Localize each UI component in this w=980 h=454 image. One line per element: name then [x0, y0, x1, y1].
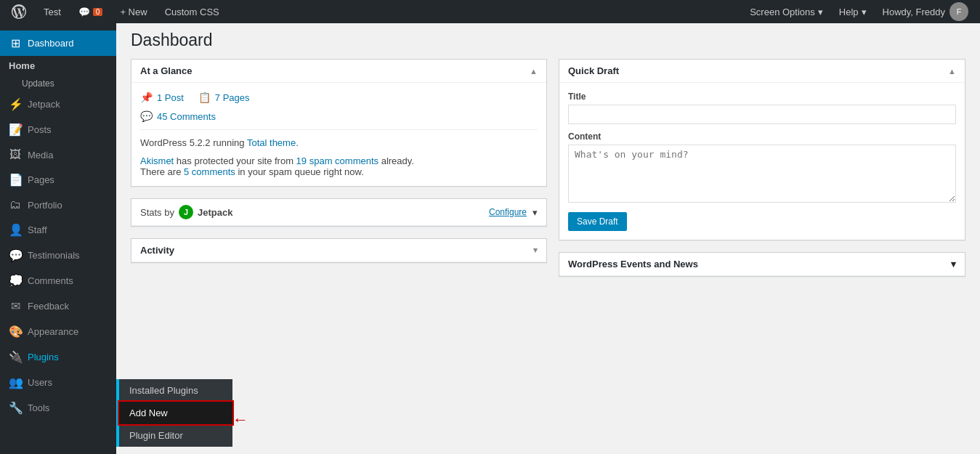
submenu-plugin-editor[interactable]: Plugin Editor: [119, 424, 232, 447]
widgets-col-left: At a Glance ▲ 📌 1 Post 📋: [131, 59, 547, 277]
sidebar-item-tools[interactable]: 🔧 Tools: [0, 395, 116, 421]
content-label: Content: [568, 131, 956, 142]
sidebar-tools-label: Tools: [28, 402, 49, 413]
dashboard-icon: ⊞: [9, 36, 22, 50]
draft-title-input[interactable]: [568, 105, 956, 124]
stats-row: 📌 1 Post 📋 7 Pages: [140, 92, 538, 103]
jetpack-stats-header[interactable]: Stats by J Jetpack Configure ▾: [131, 199, 546, 226]
sidebar-item-portfolio[interactable]: 🗂 Portfolio: [0, 192, 116, 217]
quick-draft-title: Quick Draft: [568, 65, 619, 76]
sidebar-item-media[interactable]: 🖼 Media: [0, 142, 116, 167]
activity-header[interactable]: Activity ▾: [131, 239, 546, 262]
quick-draft-body: Title Content Save Draft: [559, 83, 965, 240]
jetpack-stats-title-group: Stats by J Jetpack: [140, 205, 232, 219]
sidebar-item-posts[interactable]: 📝 Posts: [0, 117, 116, 142]
portfolio-icon: 🗂: [9, 198, 22, 211]
sidebar-item-dashboard[interactable]: ⊞ Dashboard: [0, 31, 116, 56]
at-a-glance-header[interactable]: At a Glance ▲: [131, 60, 546, 83]
post-stat: 📌 1 Post: [140, 92, 184, 103]
sidebar-item-pages[interactable]: 📄 Pages: [0, 167, 116, 192]
sidebar-staff-label: Staff: [28, 224, 47, 235]
pages-stat: 📋 7 Pages: [198, 92, 250, 103]
submenu-add-new[interactable]: Add New: [119, 402, 232, 424]
sidebar-updates-label[interactable]: Updates: [0, 76, 116, 92]
page-title: Dashboard: [131, 31, 965, 50]
widgets-col-right: Quick Draft ▲ Title Content Save Draft: [559, 59, 965, 277]
custom-css-label: Custom CSS: [165, 7, 219, 17]
wp-body-content: Dashboard At a Glance ▲ 📌: [116, 23, 980, 291]
submenu-installed-plugins[interactable]: Installed Plugins: [119, 379, 232, 402]
wp-events-header[interactable]: WordPress Events and News ▾: [559, 253, 965, 276]
comments-stat-icon: 💬: [140, 110, 153, 122]
sidebar-item-testimonials[interactable]: 💬 Testimonials: [0, 243, 116, 268]
sidebar-posts-label: Posts: [28, 124, 52, 135]
activity-widget: Activity ▾: [131, 238, 547, 263]
appearance-icon: 🎨: [9, 325, 22, 339]
pages-icon: 📄: [9, 173, 22, 187]
new-content-link[interactable]: + New: [116, 0, 151, 23]
sidebar-pages-label: Pages: [28, 174, 54, 185]
activity-title: Activity: [140, 245, 174, 256]
quick-draft-header[interactable]: Quick Draft ▲: [559, 60, 965, 83]
sidebar-item-plugins[interactable]: 🔌 Plugins: [0, 344, 116, 370]
sidebar-testimonials-label: Testimonials: [28, 250, 80, 261]
admin-menu: ⊞ Dashboard Home Updates ⚡ Jetpack 📝 Pos…: [0, 23, 116, 454]
configure-link[interactable]: Configure: [489, 207, 527, 217]
stats-by-label: Stats by: [140, 207, 174, 218]
user-menu[interactable]: Howdy, Freddy F: [878, 0, 973, 23]
wp-logo-link[interactable]: [7, 0, 31, 23]
quick-draft-toggle[interactable]: ▲: [948, 67, 956, 76]
wp-version-text: WordPress 5.2.2 running: [140, 137, 245, 148]
screen-options-chevron: ▾: [818, 7, 823, 17]
feedback-icon: ✉: [9, 299, 22, 313]
sidebar-appearance-label: Appearance: [28, 326, 78, 337]
sidebar-plugins-label: Plugins: [28, 352, 59, 362]
main-content: Dashboard At a Glance ▲ 📌: [116, 23, 980, 454]
post-count-link[interactable]: 1 Post: [157, 92, 184, 103]
jetpack-label: Jetpack: [198, 207, 232, 218]
site-name-link[interactable]: Test: [39, 0, 65, 23]
screen-options-button[interactable]: Screen Options ▾: [745, 0, 827, 23]
pages-count-link[interactable]: 7 Pages: [215, 92, 250, 103]
sidebar-portfolio-label: Portfolio: [28, 200, 62, 211]
akismet-link[interactable]: Akismet: [140, 155, 174, 166]
avatar: F: [949, 2, 968, 21]
sidebar-item-feedback[interactable]: ✉ Feedback: [0, 293, 116, 319]
sidebar-feedback-label: Feedback: [28, 301, 69, 312]
comment-icon: 💬: [78, 7, 90, 17]
draft-content-textarea[interactable]: [568, 145, 956, 203]
sidebar-item-comments[interactable]: 💭 Comments: [0, 268, 116, 293]
testimonials-icon: 💬: [9, 248, 22, 262]
sidebar-jetpack-label: Jetpack: [28, 99, 60, 110]
screen-options-label: Screen Options: [750, 7, 815, 17]
wp-events-title: WordPress Events and News: [568, 259, 698, 269]
admin-bar: Test 💬 0 + New Custom CSS Screen Options…: [0, 0, 980, 23]
sidebar-item-jetpack[interactable]: ⚡ Jetpack: [0, 92, 116, 117]
comments-count-link[interactable]: 45 Comments: [157, 111, 216, 122]
at-a-glance-toggle[interactable]: ▲: [530, 67, 538, 76]
akismet-line: Akismet has protected your site from 19 …: [140, 155, 538, 177]
jetpack-stats-toggle[interactable]: ▾: [532, 207, 538, 218]
sidebar-item-staff[interactable]: 👤 Staff: [0, 217, 116, 243]
pages-stat-icon: 📋: [198, 92, 211, 103]
save-draft-button[interactable]: Save Draft: [568, 212, 627, 231]
sidebar-media-label: Media: [28, 150, 53, 161]
akismet-spam-link[interactable]: 19 spam comments: [296, 155, 378, 166]
wp-events-widget: WordPress Events and News ▾: [559, 252, 965, 277]
jetpack-icon: ⚡: [9, 97, 22, 111]
help-button[interactable]: Help ▾: [835, 0, 871, 23]
comments-link[interactable]: 💬 0: [74, 0, 108, 23]
wp-events-toggle[interactable]: ▾: [951, 259, 956, 269]
custom-css-link[interactable]: Custom CSS: [161, 0, 224, 23]
akismet-text-3: in your spam queue right now.: [238, 166, 363, 177]
akismet-queue-link[interactable]: 5 comments: [184, 166, 235, 177]
site-name: Test: [44, 7, 61, 17]
staff-icon: 👤: [9, 223, 22, 237]
media-icon: 🖼: [9, 148, 22, 161]
theme-link[interactable]: Total theme: [247, 137, 296, 148]
jetpack-stats-widget: Stats by J Jetpack Configure ▾: [131, 198, 547, 227]
sidebar-item-users[interactable]: 👥 Users: [0, 370, 116, 395]
activity-toggle[interactable]: ▾: [533, 246, 538, 255]
red-arrow-indicator: ←: [232, 410, 248, 429]
sidebar-item-appearance[interactable]: 🎨 Appearance: [0, 319, 116, 344]
